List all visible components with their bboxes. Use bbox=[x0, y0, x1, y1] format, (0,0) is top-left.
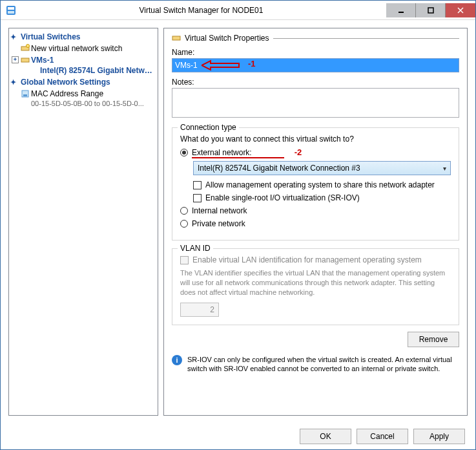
close-button[interactable] bbox=[446, 3, 475, 17]
panel-title: Virtual Switch Properties bbox=[185, 34, 269, 43]
tree-item-mac-range[interactable]: MAC Address Range bbox=[9, 88, 158, 100]
svg-point-8 bbox=[26, 45, 30, 48]
vlan-title: VLAN ID bbox=[178, 244, 213, 253]
vlan-enable-checkbox bbox=[180, 256, 189, 264]
radio-external-label: External network: bbox=[192, 148, 252, 157]
annotation-arrow-1 bbox=[202, 59, 240, 72]
divider bbox=[273, 38, 460, 39]
annotation-1: -1 bbox=[248, 59, 256, 69]
window: Virtual Switch Manager for NODE01 ✦Virtu… bbox=[0, 0, 476, 450]
nic-icon bbox=[21, 89, 30, 98]
radio-external-input[interactable] bbox=[180, 149, 188, 156]
sriov-checkbox[interactable] bbox=[193, 194, 202, 202]
new-switch-icon bbox=[21, 44, 30, 53]
cancel-button[interactable]: Cancel bbox=[357, 429, 408, 444]
radio-private-label: Private network bbox=[192, 219, 245, 228]
info-icon: i bbox=[172, 355, 182, 365]
radio-private[interactable]: Private network bbox=[180, 219, 451, 228]
adapter-selected: Intel(R) 82574L Gigabit Network Connecti… bbox=[198, 164, 360, 173]
titlebar: Virtual Switch Manager for NODE01 bbox=[1, 1, 475, 20]
allow-mgmt-checkbox[interactable] bbox=[193, 181, 202, 189]
vlan-id-input bbox=[180, 303, 219, 317]
tree-section-global[interactable]: ✦Global Network Settings bbox=[9, 76, 158, 88]
radio-internal-input[interactable] bbox=[180, 207, 188, 215]
radio-internal-label: Internal network bbox=[192, 206, 247, 215]
notes-label: Notes: bbox=[172, 78, 459, 87]
dialog-button-bar: OK Cancel Apply bbox=[1, 423, 475, 449]
notes-textarea[interactable] bbox=[172, 88, 459, 118]
switch-icon bbox=[21, 56, 30, 65]
vlan-group: VLAN ID Enable virtual LAN identificatio… bbox=[172, 248, 459, 325]
radio-private-input[interactable] bbox=[180, 220, 188, 228]
window-title: Virtual Switch Manager for NODE01 bbox=[16, 6, 386, 15]
radio-internal[interactable]: Internal network bbox=[180, 206, 451, 215]
vlan-enable-row: Enable virtual LAN identification for ma… bbox=[180, 255, 451, 264]
vlan-enable-label: Enable virtual LAN identification for ma… bbox=[192, 255, 422, 264]
connection-type-group: Connection type What do you want to conn… bbox=[172, 127, 459, 241]
allow-mgmt-row[interactable]: Allow management operating system to sha… bbox=[193, 180, 451, 189]
sriov-info-text: SR-IOV can only be configured when the v… bbox=[187, 355, 459, 374]
tree-item-vms1[interactable]: + VMs-1 bbox=[9, 54, 158, 66]
connection-question: What do you want to connect this virtual… bbox=[180, 134, 451, 144]
name-label: Name: bbox=[172, 48, 459, 57]
tree-item-vms1-adapter[interactable]: Intel(R) 82574L Gigabit Netwo... bbox=[9, 66, 158, 76]
radio-external[interactable]: External network: -2 bbox=[180, 147, 451, 157]
maximize-button[interactable] bbox=[416, 3, 446, 17]
svg-rect-9 bbox=[21, 58, 29, 62]
vlan-help-text: The VLAN identifier specifies the virtua… bbox=[180, 268, 451, 297]
adapter-combo[interactable]: Intel(R) 82574L Gigabit Network Connecti… bbox=[193, 161, 451, 175]
allow-mgmt-label: Allow management operating system to sha… bbox=[205, 180, 435, 189]
properties-icon bbox=[172, 34, 181, 43]
sriov-row[interactable]: Enable single-root I/O virtualization (S… bbox=[193, 193, 451, 202]
remove-button[interactable]: Remove bbox=[408, 332, 459, 347]
svg-rect-2 bbox=[8, 11, 14, 14]
app-icon bbox=[6, 5, 16, 16]
tree-mac-range-value: 00-15-5D-05-0B-00 to 00-15-5D-0... bbox=[9, 100, 158, 109]
chevron-down-icon: ▾ bbox=[443, 165, 446, 172]
svg-rect-1 bbox=[8, 7, 14, 10]
sriov-label: Enable single-root I/O virtualization (S… bbox=[205, 193, 360, 202]
apply-button[interactable]: Apply bbox=[413, 429, 465, 444]
minimize-button[interactable] bbox=[386, 3, 416, 17]
svg-rect-12 bbox=[172, 36, 180, 40]
svg-marker-13 bbox=[202, 61, 239, 70]
svg-rect-11 bbox=[23, 94, 27, 96]
annotation-2: -2 bbox=[295, 147, 302, 157]
properties-panel: Virtual Switch Properties Name: -1 Notes… bbox=[163, 28, 468, 416]
svg-rect-4 bbox=[428, 8, 433, 13]
tree-section-virtual-switches[interactable]: ✦Virtual Switches bbox=[9, 31, 158, 43]
ok-button[interactable]: OK bbox=[300, 429, 351, 444]
tree-panel: ✦Virtual Switches New virtual network sw… bbox=[8, 28, 158, 416]
tree-item-new-switch[interactable]: New virtual network switch bbox=[9, 43, 158, 54]
connection-type-title: Connection type bbox=[178, 123, 239, 132]
